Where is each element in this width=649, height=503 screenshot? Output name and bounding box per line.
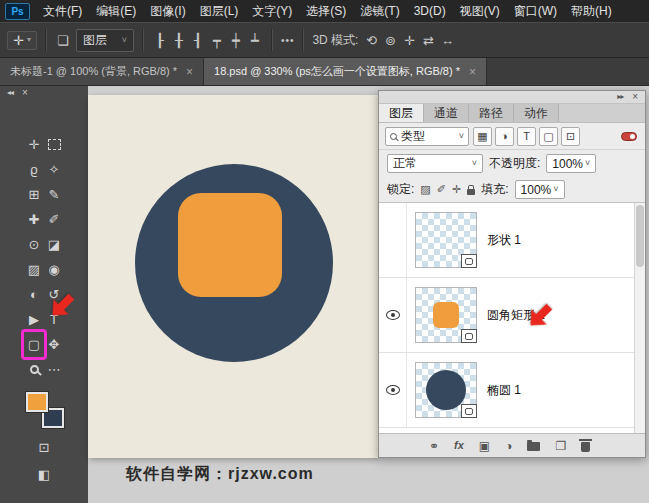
layer-filter-toggle[interactable] [621, 132, 637, 141]
blend-mode-dropdown[interactable]: 正常 ˅ [387, 154, 483, 173]
move-tool[interactable]: ✛ [24, 132, 44, 157]
menubar-item[interactable]: 帮助(H) [564, 0, 619, 22]
tab-close-icon[interactable]: × [469, 66, 476, 78]
align-left-edges-icon[interactable]: ┠ [152, 34, 168, 47]
menubar-item[interactable]: 3D(D) [407, 0, 453, 22]
panel-tab[interactable]: 路径 [469, 104, 514, 122]
rectangular-marquee-tool[interactable] [44, 132, 64, 157]
caret-down-icon: ˅ [553, 185, 558, 194]
document-tab[interactable]: 18.psd @ 330% (ps怎么画一个设置图标, RGB/8) *× [204, 58, 487, 85]
layer-thumbnail[interactable] [415, 287, 477, 343]
filter-type-dropdown[interactable]: 类型 ˅ [385, 127, 469, 146]
layer-visibility-toggle[interactable] [379, 353, 407, 427]
new-layer-icon[interactable]: ❐ [555, 440, 566, 452]
canvas-document[interactable] [88, 95, 378, 458]
scale-3d-icon[interactable]: ↔ [439, 34, 455, 47]
gradient-tool[interactable]: ▨ [24, 257, 44, 282]
foreground-color-swatch[interactable] [26, 392, 48, 412]
tab-close-icon[interactable]: × [186, 66, 193, 78]
collapse-panel-icon[interactable]: ◂◂ [7, 89, 13, 97]
document-tab[interactable]: 未标题-1 @ 100% (背景, RGB/8) *× [0, 58, 204, 85]
zoom-tool[interactable] [24, 357, 44, 382]
auto-select-icon[interactable]: ❏ [55, 34, 71, 47]
lock-transparent-pixels-icon[interactable]: ▨ [420, 184, 430, 195]
fill-dropdown[interactable]: 100% ˅ [515, 180, 565, 199]
orbit-3d-icon[interactable]: ⟲ [363, 34, 379, 47]
brush-tool[interactable]: ✐ [44, 207, 64, 232]
pixel-layer-filter-icon[interactable]: ▦ [473, 127, 492, 146]
adjustment-layer-filter-icon[interactable]: ◑ [495, 127, 514, 146]
clone-stamp-tool[interactable]: ⊙ [24, 232, 44, 257]
add-layer-mask-icon[interactable]: ▣ [479, 440, 490, 452]
shape-layer-filter-icon[interactable]: ▢ [539, 127, 558, 146]
menubar-item[interactable]: 文件(F) [36, 0, 89, 22]
menubar-item[interactable]: 选择(S) [299, 0, 353, 22]
menubar-item[interactable]: 图层(L) [193, 0, 246, 22]
hand-tool[interactable]: ✥ [44, 332, 64, 357]
current-tool-button[interactable]: ✛ ▾ [7, 31, 37, 50]
separator [142, 29, 144, 51]
lock-all-icon[interactable] [467, 189, 475, 195]
layer-name[interactable]: 椭圆 1 [487, 382, 521, 399]
drag-3d-icon[interactable]: ✛ [401, 34, 417, 47]
layer-style-icon[interactable]: fx [454, 440, 464, 451]
panel-tab[interactable]: 通道 [424, 104, 469, 122]
link-layers-icon[interactable]: ⚭ [429, 440, 439, 452]
roll-3d-icon[interactable]: ⊚ [382, 34, 398, 47]
new-adjustment-layer-icon[interactable]: ◑ [505, 440, 512, 452]
filter-type-value: 类型 [401, 128, 425, 145]
layer-row[interactable]: 形状 1 [379, 203, 645, 278]
menubar-item[interactable]: 文字(Y) [245, 0, 299, 22]
align-vertical-centers-icon[interactable]: ┿ [228, 34, 244, 47]
new-group-icon[interactable] [527, 442, 540, 451]
menubar-item[interactable]: 图像(I) [143, 0, 192, 22]
layer-thumbnail[interactable] [415, 362, 477, 418]
smart-object-filter-icon[interactable]: ⊡ [561, 127, 580, 146]
layer-thumbnail[interactable] [415, 212, 477, 268]
blur-tool[interactable]: ◉ [44, 257, 64, 282]
eye-icon [386, 385, 400, 395]
spot-healing-brush-tool[interactable]: ✚ [24, 207, 44, 232]
close-panel-icon[interactable]: × [632, 92, 638, 102]
align-top-edges-icon[interactable]: ┯ [209, 34, 225, 47]
delete-layer-icon[interactable] [581, 442, 590, 452]
panel-tab[interactable]: 图层 [379, 104, 424, 122]
eyedropper-tool[interactable]: ✎ [44, 182, 64, 207]
menubar-item[interactable]: 编辑(E) [89, 0, 143, 22]
lasso-tool[interactable]: ϱ [24, 157, 44, 182]
align-horizontal-centers-icon[interactable]: ╂ [171, 34, 187, 47]
quick-mask-icon[interactable]: ⊡ [39, 438, 50, 456]
opacity-dropdown[interactable]: 100% ˅ [546, 154, 596, 173]
caret-down-icon: ▾ [27, 36, 31, 44]
fill-label: 填充: [481, 181, 508, 198]
lock-image-pixels-icon[interactable]: ✐ [437, 184, 446, 195]
align-bottom-edges-icon[interactable]: ┷ [247, 34, 263, 47]
caret-down-icon: ˅ [459, 132, 464, 141]
rounded-rectangle-tool[interactable]: ▢ [24, 332, 44, 357]
crop-tool[interactable]: ⊞ [24, 182, 44, 207]
eraser-tool[interactable]: ◪ [44, 232, 64, 257]
path-selection-tool[interactable]: ▶ [24, 307, 44, 332]
auto-select-target-dropdown[interactable]: 图层 ˅ [76, 29, 134, 52]
edit-toolbar-icon[interactable]: ⋯ [44, 357, 64, 382]
scrollbar-thumb[interactable] [636, 205, 644, 267]
layer-name[interactable]: 形状 1 [487, 232, 521, 249]
type-layer-filter-icon[interactable]: T [517, 127, 536, 146]
close-panel-icon[interactable]: × [22, 88, 28, 98]
panel-tab[interactable]: 动作 [514, 104, 559, 122]
tool-glyph [30, 365, 39, 374]
collapse-panel-icon[interactable]: ▸▸ [617, 93, 623, 101]
align-right-edges-icon[interactable]: ┨ [190, 34, 206, 47]
layer-row[interactable]: 圆角矩形 1 [379, 278, 645, 353]
slide-3d-icon[interactable]: ⇄ [420, 34, 436, 47]
layer-row[interactable]: 椭圆 1 [379, 353, 645, 428]
menubar-item[interactable]: 窗口(W) [507, 0, 564, 22]
lock-position-icon[interactable]: ✛ [452, 184, 461, 195]
layer-visibility-toggle[interactable] [379, 203, 407, 277]
menubar-item[interactable]: 视图(V) [453, 0, 507, 22]
menubar-item[interactable]: 滤镜(T) [353, 0, 406, 22]
quick-selection-tool[interactable]: ✧ [44, 157, 64, 182]
layer-visibility-toggle[interactable] [379, 278, 407, 352]
screen-mode-icon[interactable]: ◧ [38, 465, 50, 483]
more-options-icon[interactable]: ••• [281, 35, 295, 46]
